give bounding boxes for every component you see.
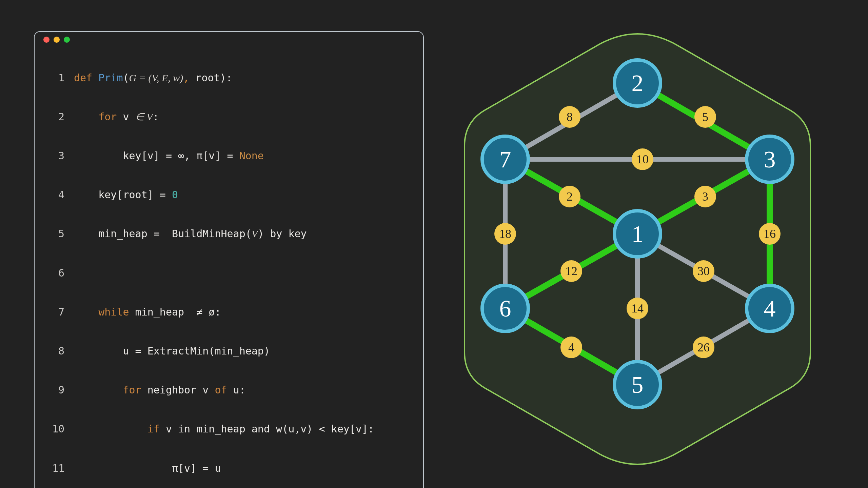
code-line: def Prim(G = (V, E, w), root):	[74, 72, 232, 84]
weight-7-1: 2	[559, 186, 580, 207]
weight-1-5: 14	[627, 298, 648, 319]
line-number: 8	[44, 345, 64, 358]
node-5: 5	[614, 362, 660, 408]
node-6: 6	[482, 285, 528, 331]
code-line: if v in min_heap and w(u,v) < key[v]:	[74, 423, 374, 435]
code-window: 1def Prim(G = (V, E, w), root): 2 for v …	[34, 31, 424, 488]
svg-text:30: 30	[697, 264, 710, 278]
node-label: 4	[764, 296, 776, 322]
code-line: for neighbor v of u:	[74, 384, 245, 396]
line-number: 1	[44, 72, 64, 84]
weight-6-5: 4	[560, 337, 582, 358]
window-traffic-lights	[43, 37, 414, 43]
line-number: 5	[44, 227, 64, 240]
weight-7-6: 18	[494, 223, 516, 245]
svg-text:2: 2	[567, 190, 573, 203]
line-number: 7	[44, 306, 64, 319]
code-line	[74, 267, 80, 280]
node-1: 1	[614, 211, 660, 257]
node-label: 2	[632, 70, 644, 96]
svg-text:5: 5	[702, 110, 708, 124]
svg-text:18: 18	[499, 227, 511, 241]
weight-3-4: 16	[759, 223, 781, 245]
close-icon	[43, 37, 50, 43]
zoom-icon	[64, 37, 70, 43]
code-line: min_heap = BuildMinHeap(V) by key	[74, 227, 307, 240]
line-number: 6	[44, 267, 64, 280]
node-label: 3	[764, 146, 776, 172]
weight-7-3: 10	[632, 148, 653, 170]
code-line: key[v] = ∞, π[v] = None	[74, 149, 264, 162]
line-number: 3	[44, 149, 64, 162]
graph-diagram: 2 7 3 1 6 4 5 8 5 10 2 3	[454, 27, 821, 474]
weight-5-4: 26	[693, 337, 714, 358]
weight-7-2: 8	[559, 106, 580, 128]
code-line: for v ∈ V:	[74, 110, 159, 123]
line-number: 9	[44, 384, 64, 396]
svg-text:3: 3	[702, 190, 708, 203]
svg-text:26: 26	[697, 341, 710, 354]
node-label: 5	[632, 372, 644, 398]
node-2: 2	[614, 60, 660, 106]
svg-text:14: 14	[631, 302, 644, 315]
svg-text:16: 16	[764, 227, 776, 241]
node-label: 6	[499, 296, 511, 322]
weight-2-3: 5	[694, 106, 716, 128]
code-line: while min_heap ≠ ø:	[74, 306, 221, 319]
node-label: 1	[632, 221, 644, 247]
weight-1-4: 30	[693, 260, 714, 282]
minimize-icon	[54, 37, 60, 43]
line-number: 11	[44, 462, 64, 475]
weight-1-3: 3	[694, 186, 716, 207]
weight-1-6: 12	[560, 260, 582, 282]
node-3: 3	[747, 136, 793, 182]
svg-text:10: 10	[636, 152, 649, 166]
svg-text:8: 8	[567, 110, 573, 124]
node-7: 7	[482, 136, 528, 182]
line-number: 4	[44, 188, 64, 201]
code-listing: 1def Prim(G = (V, E, w), root): 2 for v …	[44, 45, 414, 488]
line-number: 2	[44, 110, 64, 123]
code-line: key[root] = 0	[74, 188, 178, 201]
code-line: u = ExtractMin(min_heap)	[74, 345, 270, 358]
svg-text:12: 12	[565, 264, 577, 278]
line-number: 10	[44, 423, 64, 435]
code-line: π[v] = u	[74, 462, 221, 475]
svg-text:4: 4	[568, 341, 574, 354]
node-label: 7	[499, 146, 511, 172]
node-4: 4	[747, 285, 793, 331]
